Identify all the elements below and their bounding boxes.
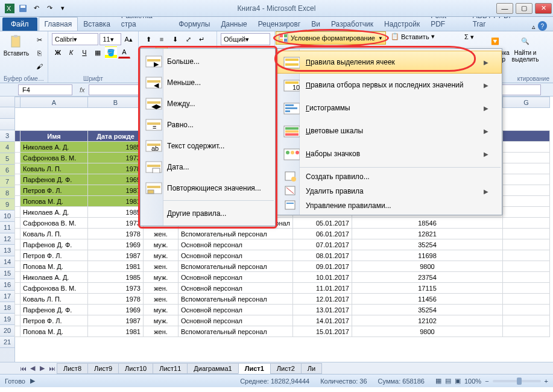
sheet-tab[interactable]: Ли — [301, 363, 322, 374]
menu-item-top10[interactable]: 10 Правила отбора первых и последних зна… — [277, 74, 502, 96]
table-row[interactable]: Попова М. Д. 1981 жен. Вспомогательный п… — [15, 261, 550, 272]
svg-rect-54 — [147, 186, 160, 188]
fill-color-icon[interactable]: 🪣 — [105, 46, 117, 58]
table-row[interactable]: Сафронова В. М. 1973 жен. Основной персо… — [15, 283, 550, 294]
underline-button[interactable]: Ч — [78, 46, 90, 58]
format-painter-icon[interactable]: 🖌 — [33, 60, 45, 72]
conditional-formatting-menu: Правила выделения ячеек ▶ 10 Правила отб… — [276, 48, 502, 215]
insert-cells-button[interactable]: 📋 Вставить ▾ — [391, 33, 435, 40]
view-break-icon[interactable]: ▣ — [455, 377, 461, 385]
conditional-formatting-button[interactable]: Условное форматирование ▼ — [276, 31, 386, 45]
menu-item-manage[interactable]: Управление правилами... — [277, 198, 502, 213]
table-row[interactable]: Коваль Л. П. 1978 жен. Вспомогательный п… — [15, 229, 550, 239]
tab-review[interactable]: Рецензировг — [253, 17, 306, 31]
minimize-button[interactable]: — — [496, 3, 513, 14]
bold-button[interactable]: Ж — [52, 46, 64, 58]
tab-addins[interactable]: Надстройк — [379, 17, 425, 31]
menu-item-gt[interactable]: ▶ Больше... — [141, 51, 275, 72]
tab-insert[interactable]: Вставка — [78, 17, 116, 31]
number-format-combo[interactable]: Общий ▾ — [221, 33, 270, 45]
menu-item-lt[interactable]: ◀ Меньше... — [141, 72, 275, 93]
tab-developer[interactable]: Разработчик — [326, 17, 379, 31]
redo-icon[interactable]: ↷ — [45, 4, 54, 13]
border-icon[interactable]: ▦ — [92, 46, 104, 58]
tab-view[interactable]: Ви — [306, 17, 326, 31]
font-color-icon[interactable]: A — [118, 46, 130, 58]
svg-point-26 — [286, 151, 289, 154]
zoom-slider[interactable] — [493, 380, 541, 382]
tab-file[interactable]: Файл — [2, 17, 37, 31]
table-row[interactable]: Сафронова В. М. 1973 онал 05.01.2017 185… — [15, 218, 550, 229]
sheet-tab[interactable]: Лист9 — [87, 363, 119, 374]
align-mid-icon[interactable]: ≡ — [156, 33, 168, 45]
table-row[interactable]: Парфенов Д. Ф. 1969 муж. Основной персон… — [15, 239, 550, 250]
maximize-button[interactable]: ▢ — [516, 3, 532, 14]
menu-item-highlight[interactable]: Правила выделения ячеек ▶ — [277, 51, 502, 74]
tab-home[interactable]: Главная — [39, 17, 78, 31]
save-icon[interactable] — [18, 4, 28, 13]
close-button[interactable]: ✕ — [535, 3, 552, 14]
fx-icon[interactable]: fx — [80, 86, 85, 93]
table-row[interactable]: Коваль Л. П. 1978 жен. Вспомогательный п… — [15, 294, 550, 305]
table-row[interactable]: Николаев А. Д. 1985 муж. Основной персон… — [15, 272, 550, 283]
sheet-tab[interactable]: Диаграмма1 — [187, 363, 238, 374]
menu-item-dup[interactable]: Повторяющиеся значения... — [141, 177, 275, 198]
autosum-icon[interactable]: Σ ▾ — [464, 33, 474, 41]
svg-rect-4 — [11, 36, 20, 47]
align-top-icon[interactable]: ⬆ — [142, 33, 154, 45]
italic-button[interactable]: К — [65, 46, 77, 58]
dup-icon — [143, 181, 165, 195]
menu-item-iconset[interactable]: Наборы значков ▶ — [277, 142, 502, 165]
sheet-nav-first-icon[interactable]: ⏮ — [18, 364, 28, 373]
menu-item-between[interactable]: ◀▶ Между... — [141, 93, 275, 114]
svg-text:◀: ◀ — [154, 81, 159, 89]
help-icon[interactable]: ? — [538, 21, 547, 31]
menu-item-colorscale[interactable]: Цветовые шкалы ▶ — [277, 119, 502, 142]
menu-item-eq[interactable]: = Равно... — [141, 114, 275, 135]
orientation-icon[interactable]: ⤢ — [182, 33, 194, 45]
grow-font-icon[interactable]: A▴ — [122, 33, 134, 45]
view-layout-icon[interactable]: ▤ — [445, 377, 451, 385]
zoom-out-icon[interactable]: − — [485, 378, 488, 385]
table-row[interactable]: Петров Ф. Л. 1987 муж. Основной персонал… — [15, 250, 550, 261]
sheet-tab[interactable]: Лист2 — [270, 363, 302, 374]
font-name-combo[interactable]: Calibri ▾ — [52, 33, 98, 45]
ribbon-min-icon[interactable]: ▵ — [532, 23, 536, 31]
menu-item-new[interactable]: Создать правило... — [277, 169, 502, 184]
sheet-nav-prev-icon[interactable]: ◀ — [28, 364, 37, 373]
table-row[interactable]: Петров Ф. Л. 1987 муж. Основной персонал… — [15, 315, 550, 326]
excel-icon[interactable]: X — [5, 4, 14, 13]
cut-icon[interactable]: ✂ — [33, 34, 45, 46]
svg-rect-13 — [285, 63, 299, 66]
zoom-in-icon[interactable]: + — [545, 378, 548, 385]
sheet-tab[interactable]: Лист8 — [57, 363, 88, 374]
menu-item-other-rules[interactable]: Другие правила... — [141, 203, 275, 224]
tab-data[interactable]: Данные — [215, 17, 252, 31]
align-bot-icon[interactable]: ⬇ — [169, 33, 181, 45]
sheet-tab[interactable]: Лист10 — [118, 363, 153, 374]
zoom-level[interactable]: 100% — [464, 378, 481, 385]
menu-item-databar[interactable]: Гистограммы ▶ — [277, 96, 502, 119]
sheet-tab[interactable]: Лист1 — [238, 363, 271, 374]
view-normal-icon[interactable]: ▦ — [435, 377, 441, 385]
sheet-nav-last-icon[interactable]: ⏭ — [47, 364, 57, 373]
macros-icon[interactable]: ▶ — [30, 377, 35, 385]
sheet-nav-next-icon[interactable]: ▶ — [37, 364, 47, 373]
svg-rect-7 — [280, 34, 283, 37]
table-row[interactable]: Попова М. Д. 1981 жен. Вспомогательный п… — [15, 326, 550, 337]
name-box[interactable]: F4 — [18, 84, 72, 95]
tab-formulas[interactable]: Формулы — [173, 17, 215, 31]
paste-button[interactable]: Вставить — [4, 33, 29, 58]
text-icon: ab — [143, 139, 165, 153]
wrap-text-icon[interactable]: ↵ — [195, 33, 207, 45]
copy-icon[interactable]: ⎘ — [33, 47, 45, 59]
find-select-button[interactable]: 🔍Найти и выделить — [513, 33, 538, 64]
sheet-tab[interactable]: Лист11 — [153, 363, 188, 374]
undo-icon[interactable]: ↶ — [31, 4, 41, 13]
table-row[interactable]: Парфенов Д. Ф. 1969 муж. Основной персон… — [15, 305, 550, 315]
menu-item-text[interactable]: ab Текст содержит... — [141, 135, 275, 156]
menu-item-del[interactable]: Удалить правила ▶ — [277, 184, 502, 198]
qat-more-icon[interactable]: ▾ — [58, 4, 68, 13]
menu-item-date[interactable]: Дата... — [141, 156, 275, 177]
font-size-combo[interactable]: 11 ▾ — [100, 33, 121, 45]
